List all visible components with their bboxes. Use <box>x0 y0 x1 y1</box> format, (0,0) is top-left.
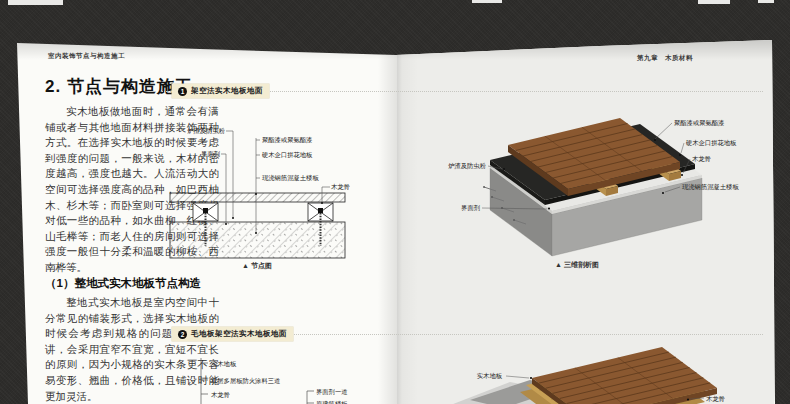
tree-item-slab: 原建筑楼板 <box>316 400 348 404</box>
node-label-concrete: 现浇钢筋混凝土楼板 <box>262 174 319 182</box>
iso1-label-slag: 炉渣及防虫粉 <box>448 162 486 170</box>
background-page-sliver <box>698 0 730 4</box>
section2-badge: 2 毛地板架空法实木地板地面 <box>172 327 293 341</box>
page-title: 2. 节点与构造施工 <box>45 75 193 98</box>
iso1-label-interface: 界面剂 <box>461 204 480 212</box>
section2-number-icon: 2 <box>178 330 187 339</box>
iso2-label-joist: 木龙骨 <box>706 395 725 402</box>
section2-badge-title: 毛地板架空法实木地板地面 <box>191 329 287 339</box>
tree-item-joist: 木龙骨 <box>211 391 230 398</box>
node-label-hardwood: 硬木企口拼花地板 <box>261 151 313 159</box>
tree-item-floor: 实木地板 <box>211 360 237 367</box>
section1-badge: 1 架空法实木地板地面 <box>172 84 269 98</box>
section1-badge-title: 架空法实木地板地面 <box>191 86 263 96</box>
iso1-caption: ▲ 三维剖析图 <box>555 260 599 269</box>
wood-floor-panel-2 <box>532 347 717 404</box>
iso1-label-hardwood: 硬木企口拼花地板 <box>685 139 737 147</box>
layer-tree-diagram: 实木地板 双层多层板防火涂料三道 木龙骨 界面剂一道 原建筑楼板 <box>195 355 365 404</box>
node-diagram-caption: ▲ 节点图 <box>242 262 272 270</box>
running-header-left: 室内装饰节点与构造施工 <box>48 52 125 61</box>
node-diagram: 炉渣及防虫粉 界面剂 聚酯漆或聚氨酯漆 硬木企口拼花地板 现浇钢筋混凝土楼板 木… <box>165 100 350 272</box>
background-page-sliver <box>8 0 63 5</box>
book-spread: 室内装饰节点与构造施工 第九章 木质材料 2. 节点与构造施工 实木地板做地面时… <box>0 0 790 404</box>
running-header-right: 第九章 木质材料 <box>637 54 693 63</box>
iso1-label-concrete: 现浇钢筋混凝土楼板 <box>682 183 739 191</box>
background-page-sliver <box>472 0 502 3</box>
book-photo: 室内装饰节点与构造施工 第九章 木质材料 2. 节点与构造施工 实木地板做地面时… <box>0 0 790 404</box>
spine-shadow <box>378 0 418 404</box>
node-section-drawing <box>170 193 345 258</box>
node-label-joist: 木龙骨 <box>331 183 350 190</box>
iso2-label-floor: 实木地板 <box>477 372 503 379</box>
section1-number-icon: 1 <box>178 87 187 96</box>
tree-item-interface: 界面剂一道 <box>316 388 347 396</box>
node-label-paint: 聚酯漆或聚氨酯漆 <box>262 136 313 144</box>
background-page-sliver <box>758 0 774 3</box>
iso-diagram-2: 实木地板 木龙骨 <box>440 340 788 404</box>
subheading: （1）整地式实木地板节点构造 <box>45 276 201 291</box>
iso1-label-joist: 木龙骨 <box>692 155 711 162</box>
iso-diagram-1: 聚酯漆或聚氨酯漆 硬木企口拼花地板 木龙骨 现浇钢筋混凝土楼板 炉渣及防虫粉 界… <box>430 95 778 275</box>
tree-item-plywood: 双层多层板防火涂料三道 <box>211 377 280 385</box>
node-label-slag: 炉渣及防虫粉 <box>187 127 225 135</box>
paragraph-2: 整地式实木地板是室内空间中十分常见的铺装形式，选择实木地板的时候会考虑到规格的问… <box>45 295 219 404</box>
node-label-interface: 界面剂 <box>201 150 220 158</box>
iso1-label-paint: 聚酯漆或聚氨酯漆 <box>674 119 725 127</box>
